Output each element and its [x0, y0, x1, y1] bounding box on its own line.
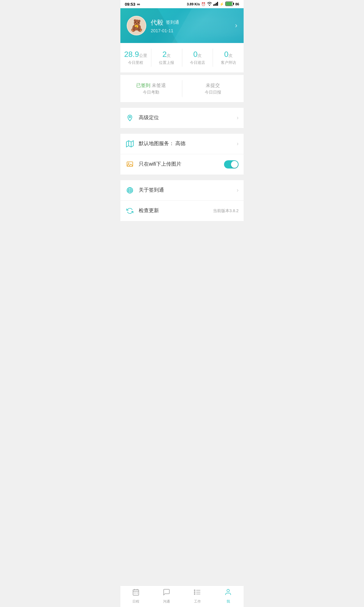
menu-label-wifi-upload: 只在wifi下上传图片 [139, 161, 224, 168]
menu-label-about: 关于签到通 [139, 187, 237, 193]
battery-display [225, 2, 234, 7]
svg-rect-2 [216, 3, 217, 6]
menu-right-update: 当前版本3.8.2 [213, 208, 239, 214]
status-right: 3.89 K/s ⏰ ⚡ [187, 2, 239, 7]
menu-chevron-location-icon: › [237, 114, 239, 121]
status-left: 09:53 ∞ [125, 2, 140, 7]
map-icon [125, 139, 134, 148]
wifi-icon [207, 2, 212, 6]
stats-section: 28.9公里 今日里程 2次 位置上报 0次 今日巡店 0次 客户拜访 [120, 43, 244, 72]
stat-patrol-value: 0次 [185, 50, 210, 59]
svg-rect-5 [233, 3, 234, 5]
menu-section-about: 关于签到通 › 检查更新 当前版本3.8.2 [120, 180, 244, 221]
stat-patrol-label: 今日巡店 [185, 60, 210, 65]
svg-rect-6 [226, 2, 232, 6]
profile-chevron-icon[interactable]: › [235, 21, 237, 30]
profile-section: 🧸 代毅 签到通 2017-01-11 [127, 16, 179, 35]
stat-location-label: 位置上报 [154, 60, 179, 65]
menu-section-settings: 默认地图服务： 高德 › 只在wifi下上传图片 [120, 134, 244, 175]
svg-point-7 [129, 116, 131, 118]
divider-1 [120, 102, 244, 105]
attendance-section: 已签到 未签退 今日考勤 未提交 今日日报 [120, 75, 244, 102]
menu-item-update[interactable]: 检查更新 当前版本3.8.2 [120, 201, 244, 221]
attend-checkin-status: 已签到 未签退 [124, 82, 178, 89]
attend-report-label: 今日日报 [186, 89, 240, 95]
image-icon [125, 160, 134, 169]
menu-item-map[interactable]: 默认地图服务： 高德 › [120, 134, 244, 154]
charging-icon: ⚡ [220, 2, 224, 6]
svg-rect-11 [127, 162, 133, 167]
header-banner[interactable]: 🧸 代毅 签到通 2017-01-11 › [120, 8, 244, 43]
profile-date: 2017-01-11 [151, 28, 179, 33]
svg-marker-8 [126, 141, 133, 147]
location-icon [125, 113, 134, 122]
stat-mileage-value: 28.9公里 [123, 50, 149, 59]
menu-right-wifi-toggle [224, 160, 239, 169]
attend-checkin[interactable]: 已签到 未签退 今日考勤 [120, 80, 182, 97]
stat-location-value: 2次 [154, 50, 179, 59]
status-bar: 09:53 ∞ 3.89 K/s ⏰ [120, 0, 244, 8]
svg-point-12 [128, 162, 130, 164]
menu-section-location: 高级定位 › [120, 108, 244, 128]
menu-chevron-map-icon: › [237, 140, 239, 147]
infinity-icon: ∞ [137, 2, 140, 7]
divider-2 [120, 128, 244, 131]
toggle-knob [231, 161, 238, 168]
profile-info: 代毅 签到通 2017-01-11 [151, 18, 179, 33]
not-signed-out-status: 未签退 [152, 83, 166, 88]
menu-item-wifi-upload[interactable]: 只在wifi下上传图片 [120, 154, 244, 175]
avatar: 🧸 [127, 16, 146, 35]
menu-right-about: › [237, 187, 239, 193]
version-text: 当前版本3.8.2 [213, 208, 239, 214]
stat-patrol: 0次 今日巡店 [182, 49, 213, 67]
menu-right-location: › [237, 114, 239, 121]
stat-mileage: 28.9公里 今日里程 [120, 49, 151, 67]
menu-right-map: › [237, 140, 239, 147]
menu-chevron-about-icon: › [237, 187, 239, 193]
attend-report-status: 未提交 [186, 82, 240, 89]
battery-percent: 86 [235, 2, 239, 6]
profile-name: 代毅 签到通 [151, 18, 179, 27]
attend-report[interactable]: 未提交 今日日报 [182, 80, 244, 97]
globe-icon [125, 186, 134, 195]
signed-in-status: 已签到 [136, 83, 150, 88]
status-time: 09:53 [125, 2, 135, 7]
svg-rect-3 [217, 2, 218, 6]
user-name: 代毅 [151, 18, 163, 27]
svg-rect-0 [213, 4, 214, 6]
menu-item-location[interactable]: 高级定位 › [120, 108, 244, 128]
attend-checkin-label: 今日考勤 [124, 89, 178, 95]
app-name: 签到通 [166, 20, 179, 25]
menu-label-map: 默认地图服务： 高德 [139, 140, 237, 147]
clock-icon: ⏰ [201, 2, 206, 6]
stat-visit-value: 0次 [215, 50, 241, 59]
stat-location: 2次 位置上报 [151, 49, 182, 67]
stat-visit: 0次 客户拜访 [213, 49, 244, 67]
stat-mileage-label: 今日里程 [123, 60, 149, 65]
menu-label-location: 高级定位 [139, 114, 237, 121]
svg-rect-1 [215, 4, 215, 6]
network-speed: 3.89 K/s [187, 2, 200, 6]
signal-icon [213, 2, 218, 6]
stat-visit-label: 客户拜访 [215, 60, 241, 65]
menu-label-update: 检查更新 [139, 207, 213, 214]
refresh-icon [125, 206, 134, 215]
menu-item-about[interactable]: 关于签到通 › [120, 180, 244, 201]
divider-3 [120, 175, 244, 178]
wifi-upload-toggle[interactable] [224, 160, 239, 169]
